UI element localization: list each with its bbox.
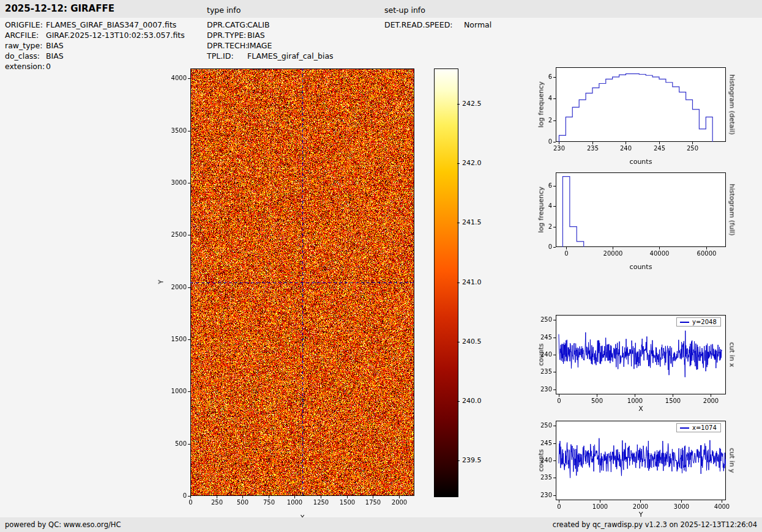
- colorbar-tick-label: 242.0: [462, 159, 482, 167]
- footer-bar: powered by QC: www.eso.org/HC created by…: [0, 517, 762, 532]
- colorbar: [434, 68, 458, 497]
- meta-value-dpr-tech: IMAGE: [247, 41, 272, 50]
- legend-line-sample-icon: [680, 427, 689, 429]
- cut-x-ylabel: counts: [537, 344, 545, 366]
- cut-y-legend-label: x=1074: [692, 424, 717, 431]
- page-title: 2025-12-12: GIRAFFE: [5, 3, 114, 14]
- colorbar-tick-label: 240.5: [462, 338, 482, 345]
- hist-detail-side-label: histogram (detail): [728, 75, 736, 135]
- hist-full-ylabel: log frequency: [537, 187, 545, 232]
- meta-value-origfile: FLAMES_GIRAF_BIAS347_0007.fits: [46, 20, 176, 29]
- colorbar-tick-label: 239.5: [462, 456, 482, 464]
- header-bar: 2025-12-12: GIRAFFE type info set-up inf…: [0, 0, 762, 18]
- meta-value-do-class: BIAS: [46, 51, 64, 61]
- colorbar-tick-mark: [457, 342, 460, 342]
- colorbar-tick-mark: [457, 104, 460, 105]
- setup-info-heading: set-up info: [384, 6, 425, 15]
- colorbar-tick-label: 241.0: [462, 278, 482, 286]
- hist-full-side-label: histogram (full): [728, 184, 736, 236]
- meta-label-extension: extension:: [5, 62, 45, 71]
- type-info-heading: type info: [207, 6, 241, 15]
- colorbar-tick-label: 240.0: [462, 397, 482, 405]
- meta-value-read-speed: Normal: [464, 20, 491, 29]
- legend-line-sample-icon: [680, 322, 689, 323]
- bias-image-canvas: [162, 62, 425, 518]
- colorbar-tick-label: 241.5: [462, 218, 482, 226]
- hist-full-xlabel: counts: [556, 263, 726, 271]
- histogram-detail-canvas: [531, 61, 733, 163]
- meta-value-dpr-catg: CALIB: [247, 20, 270, 29]
- cut-x-xlabel: X: [556, 405, 726, 413]
- colorbar-tick-mark: [457, 223, 460, 223]
- meta-value-dpr-type: BIAS: [247, 31, 265, 40]
- main-y-axis-label: Y: [157, 280, 165, 284]
- meta-label-raw-type: raw_type:: [5, 41, 42, 50]
- colorbar-tick-mark: [457, 460, 460, 461]
- colorbar-tick-mark: [457, 283, 460, 283]
- cut-y-ylabel: counts: [537, 449, 545, 472]
- footer-powered-by: powered by QC: www.eso.org/HC: [5, 520, 121, 529]
- colorbar-tick-mark: [457, 401, 460, 402]
- meta-label-read-speed: DET.READ.SPEED:: [384, 20, 453, 29]
- cut-x-legend-label: y=2048: [692, 319, 717, 325]
- meta-label-origfile: ORIGFILE:: [5, 20, 43, 29]
- meta-label-dpr-catg: DPR.CATG:: [207, 20, 248, 29]
- meta-label-do-class: do_class:: [5, 51, 40, 61]
- meta-label-tpl-id: TPL.ID:: [207, 51, 234, 61]
- cut-x-legend: y=2048: [676, 317, 721, 327]
- hist-detail-xlabel: counts: [556, 158, 726, 166]
- cut-y-side-label: cut in y: [728, 448, 736, 473]
- meta-value-extension: 0: [46, 62, 51, 71]
- qc-report-page: 2025-12-12: GIRAFFE type info set-up inf…: [0, 0, 762, 532]
- colorbar-ticks: 239.5240.0240.5241.0241.5242.0242.5: [457, 68, 491, 503]
- histogram-full-canvas: [531, 166, 733, 268]
- meta-value-raw-type: BIAS: [46, 41, 64, 50]
- footer-created-by: created by qc_rawdisp.py v1.2.3 on 2025-…: [553, 520, 757, 529]
- meta-label-dpr-type: DPR.TYPE:: [207, 31, 246, 40]
- cut-y-legend: x=1074: [676, 423, 721, 432]
- hist-detail-ylabel: log frequency: [537, 81, 545, 127]
- cut-x-side-label: cut in x: [728, 342, 736, 368]
- meta-value-arcfile: GIRAF.2025-12-13T10:02:53.057.fits: [46, 31, 185, 40]
- colorbar-tick-mark: [457, 163, 460, 164]
- colorbar-tick-label: 242.5: [462, 100, 482, 108]
- meta-value-tpl-id: FLAMES_giraf_cal_bias: [247, 51, 334, 61]
- meta-label-arcfile: ARCFILE:: [5, 31, 39, 40]
- meta-label-dpr-tech: DPR.TECH:: [207, 41, 248, 50]
